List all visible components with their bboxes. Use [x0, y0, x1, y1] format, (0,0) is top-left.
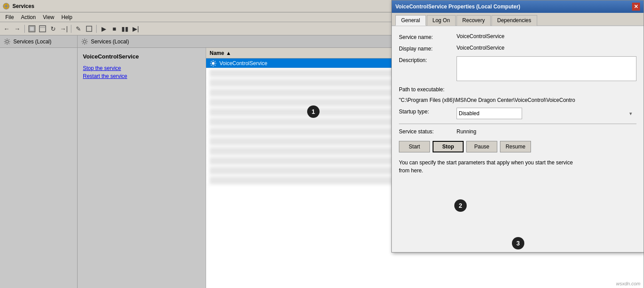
- toolbar-btn-2[interactable]: [38, 24, 47, 34]
- svg-rect-8: [39, 26, 46, 32]
- selected-service-name: VoiceControlService: [219, 60, 267, 66]
- tab-dependencies[interactable]: Dependencies: [492, 15, 537, 26]
- dialog-title-bar: VoiceControlService Properties (Local Co…: [392, 0, 644, 13]
- resume-button[interactable]: Resume: [500, 141, 531, 152]
- menu-action[interactable]: Action: [17, 13, 39, 21]
- description-input[interactable]: [457, 56, 636, 81]
- form-row-display-name: Display name: VoiceControlService: [399, 45, 636, 52]
- path-label: Path to executable:: [399, 86, 457, 93]
- sidebar-header: Services (Local): [0, 35, 77, 48]
- service-name-label: Service name:: [399, 33, 457, 40]
- hint-line1: You can specify the start parameters tha…: [399, 160, 573, 166]
- svg-rect-10: [86, 26, 92, 31]
- stop-service-link[interactable]: Stop the service: [83, 65, 200, 71]
- form-row-description: Description:: [399, 56, 636, 81]
- col-name-header: Name ▲: [210, 50, 231, 56]
- tab-logon[interactable]: Log On: [427, 15, 456, 26]
- form-row-path: Path to executable:: [399, 86, 636, 93]
- service-name-header: VoiceControlService: [83, 53, 200, 60]
- toolbar-sep-2: [71, 25, 71, 33]
- restart-link-suffix: the service: [100, 73, 127, 79]
- sidebar-label: Services (Local): [13, 39, 51, 45]
- hint-line2: from here.: [399, 167, 423, 174]
- startup-type-wrapper: Automatic Automatic (Delayed Start) Manu…: [457, 108, 636, 119]
- service-row-icon-selected: [210, 60, 217, 67]
- description-label: Description:: [399, 56, 457, 63]
- dialog-content: Service name: VoiceControlService Displa…: [392, 26, 644, 252]
- toolbar-sep-3: [96, 25, 97, 33]
- services-header-icon: [81, 38, 88, 45]
- badge-1: 1: [307, 105, 320, 118]
- service-name-value: VoiceControlService: [457, 33, 504, 39]
- sidebar-gear-icon: [4, 38, 11, 45]
- display-name-value: VoiceControlService: [457, 45, 504, 51]
- svg-point-12: [83, 40, 86, 43]
- app-icon: [3, 3, 10, 10]
- services-panel-label: Services (Local): [91, 39, 129, 45]
- pause-button[interactable]: Pause: [466, 141, 497, 152]
- startup-type-select[interactable]: Automatic Automatic (Delayed Start) Manu…: [457, 108, 522, 119]
- restart-link-label: Restart: [83, 73, 100, 79]
- path-value: "C:\Program Files (x86)\MSI\One Dragon C…: [399, 97, 636, 103]
- display-name-label: Display name:: [399, 45, 457, 52]
- stop-link-label: Stop: [83, 65, 94, 71]
- toolbar-edit[interactable]: ✎: [74, 24, 83, 34]
- services-left-panel: VoiceControlService Stop the service Res…: [78, 48, 206, 288]
- title-text: Services: [12, 3, 34, 9]
- toolbar-forward[interactable]: →: [12, 24, 22, 34]
- toolbar-btn-3[interactable]: →|: [59, 24, 69, 34]
- control-buttons-row: Start Stop Pause Resume: [399, 141, 636, 152]
- menu-view[interactable]: View: [39, 13, 58, 21]
- hint-text: You can specify the start parameters tha…: [399, 159, 636, 175]
- toolbar-pause[interactable]: ▮▮: [120, 24, 130, 34]
- startup-type-label: Startup type:: [399, 108, 457, 115]
- toolbar-play[interactable]: ▶: [99, 24, 109, 34]
- service-status-row: Service status: Running: [399, 128, 636, 135]
- divider-1: [399, 124, 636, 124]
- toolbar-step[interactable]: ▶|: [131, 24, 141, 34]
- form-row-path-value: "C:\Program Files (x86)\MSI\One Dragon C…: [399, 97, 636, 103]
- tab-general[interactable]: General: [395, 15, 426, 26]
- form-row-startup: Startup type: Automatic Automatic (Delay…: [399, 108, 636, 119]
- toolbar-btn-4[interactable]: [84, 24, 94, 34]
- restart-service-link[interactable]: Restart the service: [83, 73, 200, 79]
- dialog-title: VoiceControlService Properties (Local Co…: [395, 4, 520, 10]
- stop-button[interactable]: Stop: [433, 141, 464, 152]
- toolbar-stop[interactable]: ■: [109, 24, 119, 34]
- toolbar-btn-1[interactable]: [27, 24, 37, 34]
- start-button[interactable]: Start: [399, 141, 430, 152]
- menu-file[interactable]: File: [2, 13, 17, 21]
- badge-2: 2: [454, 199, 467, 212]
- menu-help[interactable]: Help: [58, 13, 76, 21]
- toolbar-refresh[interactable]: ↻: [48, 24, 58, 34]
- main-area: Services (Local) Services (Local) VoiceC…: [0, 35, 644, 288]
- watermark: wsxdn.com: [616, 281, 640, 286]
- service-status-value: Running: [457, 128, 476, 135]
- form-row-service-name: Service name: VoiceControlService: [399, 33, 636, 40]
- svg-point-14: [212, 62, 215, 65]
- badge-3: 3: [512, 237, 524, 249]
- toolbar-back[interactable]: ←: [2, 24, 12, 34]
- properties-dialog: VoiceControlService Properties (Local Co…: [391, 0, 644, 253]
- svg-rect-7: [30, 27, 34, 31]
- dialog-close-button[interactable]: ✕: [632, 3, 640, 11]
- stop-link-suffix: the service: [94, 65, 121, 71]
- svg-point-11: [6, 40, 8, 43]
- dialog-tabs: General Log On Recovery Dependencies: [392, 13, 644, 26]
- tab-recovery[interactable]: Recovery: [457, 15, 491, 26]
- left-sidebar: Services (Local): [0, 35, 78, 288]
- service-status-label: Service status:: [399, 128, 457, 135]
- svg-point-1: [5, 5, 8, 8]
- toolbar-sep-1: [24, 25, 25, 33]
